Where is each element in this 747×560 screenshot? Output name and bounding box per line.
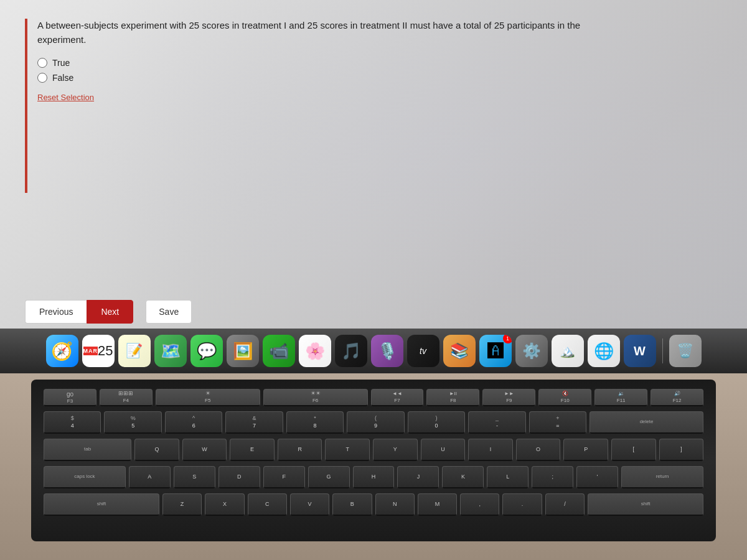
save-button[interactable]: Save xyxy=(146,300,192,324)
key-k[interactable]: K xyxy=(442,466,484,488)
key-f6[interactable]: ☀☀ F6 xyxy=(263,389,368,406)
dock-app-store[interactable]: 🅰 1 xyxy=(479,335,512,367)
key-w[interactable]: W xyxy=(182,439,227,461)
dock-divider xyxy=(662,338,663,363)
dock-notes[interactable]: 📝 xyxy=(118,335,151,367)
key-t[interactable]: T xyxy=(325,439,370,461)
key-m[interactable]: M xyxy=(418,493,457,516)
dock-preview[interactable]: 🏔️ xyxy=(552,335,584,367)
key-p[interactable]: P xyxy=(563,439,608,461)
key-u[interactable]: U xyxy=(421,439,466,461)
key-y[interactable]: Y xyxy=(373,439,418,461)
key-s[interactable]: S xyxy=(174,466,215,488)
key-c[interactable]: C xyxy=(248,493,287,516)
key-playpause-f8[interactable]: ►II F8 xyxy=(426,389,479,406)
music-icon: 🎵 xyxy=(341,342,361,361)
key-9-lparen[interactable]: ( 9 xyxy=(347,411,404,434)
podcasts-icon: 🎙️ xyxy=(377,342,397,361)
preview-icon: 🏔️ xyxy=(560,343,575,358)
key-4-dollar[interactable]: $ 4 xyxy=(44,411,101,434)
key-rbracket[interactable]: ] xyxy=(659,439,704,461)
key-h[interactable]: H xyxy=(353,466,395,488)
key-x[interactable]: X xyxy=(205,493,244,516)
key-slash[interactable]: / xyxy=(545,493,585,516)
key-b[interactable]: B xyxy=(332,493,372,516)
dock-apple-tv[interactable]: tv xyxy=(407,335,439,367)
previous-button[interactable]: Previous xyxy=(25,300,87,324)
key-5-percent[interactable]: % 5 xyxy=(104,411,161,434)
word-icon: W xyxy=(634,344,646,358)
key-fastforward-f9[interactable]: ►► F9 xyxy=(482,389,535,406)
key-0-rparen[interactable]: ) 0 xyxy=(408,411,465,434)
option-true[interactable]: True xyxy=(37,58,722,68)
reset-selection-link[interactable]: Reset Selection xyxy=(37,93,94,102)
radio-circle-true xyxy=(37,58,47,68)
key-delete[interactable]: delete xyxy=(590,411,703,434)
next-button[interactable]: Next xyxy=(87,300,133,324)
key-equals-plus[interactable]: + = xyxy=(529,411,586,434)
key-f5[interactable]: ☀ F5 xyxy=(156,389,260,406)
radio-circle-false xyxy=(37,73,47,83)
dock-books[interactable]: 📚 xyxy=(443,335,476,367)
key-shift-left[interactable]: shift xyxy=(44,493,159,516)
key-8-asterisk[interactable]: * 8 xyxy=(286,411,344,434)
dock-maps[interactable]: 🗺️ xyxy=(154,335,187,367)
dock-photo-thumbnails[interactable]: 🖼️ xyxy=(227,335,259,367)
key-a[interactable]: A xyxy=(129,466,171,488)
keyboard-body: go F3 ⊞⊞⊞ F4 ☀ F5 ☀☀ F6 ◄◄ F7 ►II F8 xyxy=(31,380,716,541)
key-f[interactable]: F xyxy=(263,466,305,488)
key-period[interactable]: . xyxy=(502,493,542,516)
appstore-icon: 🅰 xyxy=(487,342,504,361)
key-l[interactable]: L xyxy=(487,466,529,488)
key-minus-underscore[interactable]: _ - xyxy=(468,411,525,434)
systemprefs-icon: ⚙️ xyxy=(522,342,541,360)
option-false[interactable]: False xyxy=(37,73,722,83)
notes-icon: 📝 xyxy=(126,343,143,359)
key-comma[interactable]: , xyxy=(460,493,499,516)
key-lbracket[interactable]: [ xyxy=(611,439,656,461)
accent-bar xyxy=(25,19,27,193)
dock-word[interactable]: W xyxy=(624,335,656,367)
go-icon: go xyxy=(67,390,73,398)
dock-calendar[interactable]: MAR 25 xyxy=(82,335,115,367)
key-6-caret[interactable]: ^ 6 xyxy=(165,411,222,434)
dock-facetime[interactable]: 📹 xyxy=(263,335,295,367)
key-volup-f12[interactable]: 🔊 F12 xyxy=(651,389,703,406)
key-mute-f10[interactable]: 🔇 F10 xyxy=(538,389,591,406)
key-go-f3[interactable]: go F3 xyxy=(44,389,96,406)
key-caps[interactable]: caps lock xyxy=(44,466,126,488)
key-q[interactable]: Q xyxy=(134,439,179,461)
key-j[interactable]: J xyxy=(397,466,439,488)
photos-icon: 🌸 xyxy=(305,342,325,361)
key-7-ampersand[interactable]: & 7 xyxy=(225,411,283,434)
key-shift-right[interactable]: shift xyxy=(588,493,703,516)
key-z[interactable]: Z xyxy=(162,493,202,516)
key-tab[interactable]: tab xyxy=(44,439,131,461)
appletv-icon: tv xyxy=(420,346,426,356)
key-rewind-f7[interactable]: ◄◄ F7 xyxy=(371,389,424,406)
dock-photos-app[interactable]: 🌸 xyxy=(299,335,331,367)
key-n[interactable]: N xyxy=(375,493,415,516)
key-semicolon[interactable]: ; xyxy=(532,466,573,488)
dock-messages[interactable]: 💬 xyxy=(190,335,223,367)
dock-music[interactable]: 🎵 xyxy=(335,335,367,367)
key-quote[interactable]: ' xyxy=(576,466,618,488)
key-e[interactable]: E xyxy=(230,439,275,461)
key-v[interactable]: V xyxy=(290,493,329,516)
key-d[interactable]: D xyxy=(218,466,260,488)
dock-system-preferences[interactable]: ⚙️ xyxy=(515,335,548,367)
key-i[interactable]: I xyxy=(468,439,513,461)
key-g[interactable]: G xyxy=(308,466,350,488)
key-return[interactable]: return xyxy=(621,466,703,488)
dock-podcasts[interactable]: 🎙️ xyxy=(371,335,403,367)
dock-chrome[interactable]: 🌐 xyxy=(588,335,620,367)
dock-trash[interactable]: 🗑️ xyxy=(669,335,702,367)
fn-key-row: go F3 ⊞⊞⊞ F4 ☀ F5 ☀☀ F6 ◄◄ F7 ►II F8 xyxy=(44,389,703,406)
key-grid-f4[interactable]: ⊞⊞⊞ F4 xyxy=(100,389,153,406)
key-r[interactable]: R xyxy=(278,439,322,461)
key-voldown-f11[interactable]: 🔉 F11 xyxy=(594,389,647,406)
key-o[interactable]: O xyxy=(516,439,561,461)
dock-safari[interactable]: 🧭 xyxy=(46,335,78,367)
notification-badge: 1 xyxy=(503,335,512,343)
zxcv-row: shift Z X C V B N M , . / shift xyxy=(44,493,703,516)
